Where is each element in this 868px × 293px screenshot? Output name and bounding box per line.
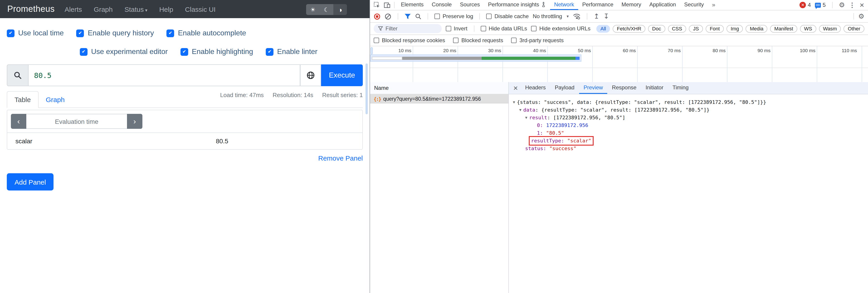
tree-leaf-status[interactable]: status:"success" [511, 145, 868, 152]
prometheus-brand[interactable]: Prometheus [7, 4, 55, 14]
nav-alerts[interactable]: Alerts [65, 5, 82, 13]
clear-button[interactable] [384, 13, 391, 20]
nav-graph[interactable]: Graph [94, 5, 113, 13]
remove-panel-link[interactable]: Remove Panel [7, 154, 363, 162]
chip-img[interactable]: Img [726, 25, 743, 32]
detail-tab-initiator[interactable]: Initiator [641, 82, 668, 94]
tree-leaf-index-1[interactable]: 1:"80.5" [511, 129, 868, 137]
json-braces-icon: {:} [374, 96, 381, 101]
disable-cache-checkbox[interactable]: Disable cache [486, 13, 529, 20]
filter-input[interactable]: Filter [374, 24, 441, 33]
metrics-explorer-button[interactable] [300, 64, 321, 86]
checkbox-enable-highlighting[interactable]: Enable highlighting [181, 48, 253, 56]
chip-doc[interactable]: Doc [648, 25, 665, 32]
throttling-dropdown[interactable]: No throttling▾ [533, 13, 569, 20]
checkbox-enable-autocomplete[interactable]: Enable autocomplete [167, 29, 246, 37]
evaluation-time-prev-button[interactable]: ‹ [11, 114, 26, 129]
tab-console[interactable]: Console [428, 0, 456, 10]
checkbox-enable-query-history[interactable]: Enable query history [76, 29, 154, 37]
chip-all[interactable]: All [596, 25, 610, 32]
request-name: query?query=80.5&time=1722389172.956 [383, 96, 481, 101]
hide-data-urls-checkbox[interactable]: Hide data URLs [480, 25, 527, 32]
name-column-header[interactable]: Name [370, 82, 508, 94]
checkbox-unchecked-icon [434, 13, 440, 19]
chip-wasm[interactable]: Wasm [819, 25, 841, 32]
detail-tab-headers[interactable]: Headers [521, 82, 550, 94]
chip-manifest[interactable]: Manifest [770, 25, 797, 32]
tab-performance-insights[interactable]: Performance insights [484, 0, 550, 10]
invert-checkbox[interactable]: Invert [445, 25, 467, 32]
tree-node-root[interactable]: ▼{status: "success", data: {resultType: … [511, 98, 868, 106]
tab-sources[interactable]: Sources [456, 0, 484, 10]
settings-gear-icon[interactable]: ⚙ [839, 1, 845, 9]
detail-tab-timing[interactable]: Timing [668, 82, 693, 94]
nav-classic-ui[interactable]: Classic UI [185, 5, 216, 13]
tab-memory[interactable]: Memory [617, 0, 645, 10]
theme-dark-button[interactable]: ☾ [320, 4, 333, 15]
chip-js[interactable]: JS [689, 25, 703, 32]
chip-other[interactable]: Other [844, 25, 864, 32]
theme-light-button[interactable]: ☀ [306, 4, 320, 15]
detail-tab-preview[interactable]: Preview [579, 82, 607, 94]
detail-tab-response[interactable]: Response [608, 82, 641, 94]
add-panel-button[interactable]: Add Panel [7, 173, 54, 191]
more-tabs-button[interactable]: » [708, 0, 719, 10]
preserve-log-checkbox[interactable]: Preserve log [434, 13, 473, 20]
page-scrollbar[interactable] [366, 63, 368, 114]
tab-network[interactable]: Network [550, 0, 578, 10]
panel-tabs: Table Graph [7, 90, 363, 108]
detail-tab-payload[interactable]: Payload [550, 82, 579, 94]
nav-help[interactable]: Help [159, 5, 173, 13]
checkbox-enable-linter[interactable]: Enable linter [266, 48, 317, 56]
request-row-selected[interactable]: {:} query?query=80.5&time=1722389172.956 [370, 94, 508, 104]
tab-graph[interactable]: Graph [38, 92, 72, 108]
close-icon[interactable]: ✕ [859, 2, 864, 8]
close-detail-icon[interactable]: ✕ [510, 85, 521, 91]
nav-status-dropdown[interactable]: Status▾ [124, 5, 147, 13]
inspect-element-icon[interactable] [372, 0, 382, 10]
search-icon[interactable] [415, 13, 421, 20]
tab-security[interactable]: Security [680, 0, 708, 10]
tab-performance[interactable]: Performance [578, 0, 617, 10]
third-party-requests-checkbox[interactable]: 3rd-party requests [511, 37, 564, 43]
checkbox-unchecked-icon [374, 38, 379, 43]
tree-leaf-resulttype-highlighted[interactable]: resultType:"scalar" [511, 137, 868, 145]
chip-fetch-xhr[interactable]: Fetch/XHR [613, 25, 646, 32]
theme-auto-button[interactable]: ◑ [333, 4, 347, 15]
tree-leaf-index-0[interactable]: 0:1722389172.956 [511, 122, 868, 129]
network-settings-gear-icon[interactable]: ⚙ [858, 12, 864, 21]
device-toolbar-icon[interactable] [382, 0, 392, 10]
export-har-icon[interactable]: ↧ [603, 12, 609, 21]
hide-extension-urls-checkbox[interactable]: Hide extension URLs [531, 25, 590, 32]
issues-badge[interactable]: 5 [815, 2, 826, 8]
expand-arrow-icon: ▼ [513, 98, 515, 106]
network-conditions-icon[interactable] [573, 13, 581, 20]
tab-elements[interactable]: Elements [397, 0, 428, 10]
tree-node-data[interactable]: ▼data: {resultType: "scalar", result: [1… [511, 106, 868, 114]
kebab-menu-icon[interactable]: ⋮ [849, 1, 855, 9]
checkbox-use-experimental-editor[interactable]: Use experimental editor [80, 48, 168, 56]
checkbox-unchecked-icon [531, 26, 537, 31]
tree-node-result[interactable]: ▼result: [1722389172.956, "80.5"] [511, 114, 868, 122]
filter-toggle-icon[interactable] [405, 13, 411, 19]
tab-application[interactable]: Application [645, 0, 680, 10]
network-overview-timeline[interactable]: 10 ms 20 ms 30 ms 40 ms 50 ms 60 ms 70 m… [370, 46, 868, 82]
checkbox-use-local-time[interactable]: Use local time [7, 29, 64, 37]
blocked-response-cookies-checkbox[interactable]: Blocked response cookies [374, 37, 445, 43]
chip-font[interactable]: Font [706, 25, 724, 32]
import-har-icon[interactable]: ↥ [594, 12, 599, 21]
chip-media[interactable]: Media [746, 25, 768, 32]
checkbox-label: Disable cache [495, 13, 529, 20]
blocked-requests-checkbox[interactable]: Blocked requests [453, 37, 503, 43]
execute-button[interactable]: Execute [321, 64, 363, 86]
query-expression-input[interactable]: 80.5 [29, 64, 300, 86]
record-button[interactable] [374, 13, 380, 20]
evaluation-time-next-button[interactable]: › [127, 114, 143, 129]
chip-css[interactable]: CSS [668, 25, 686, 32]
evaluation-time-input[interactable]: Evaluation time [26, 114, 127, 129]
chip-ws[interactable]: WS [800, 25, 816, 32]
prometheus-navbar: Prometheus Alerts Graph Status▾ Help Cla… [0, 0, 370, 18]
console-errors-badge[interactable]: ✕4 [800, 2, 811, 8]
moon-icon: ☾ [324, 6, 329, 13]
tab-table[interactable]: Table [7, 91, 38, 108]
